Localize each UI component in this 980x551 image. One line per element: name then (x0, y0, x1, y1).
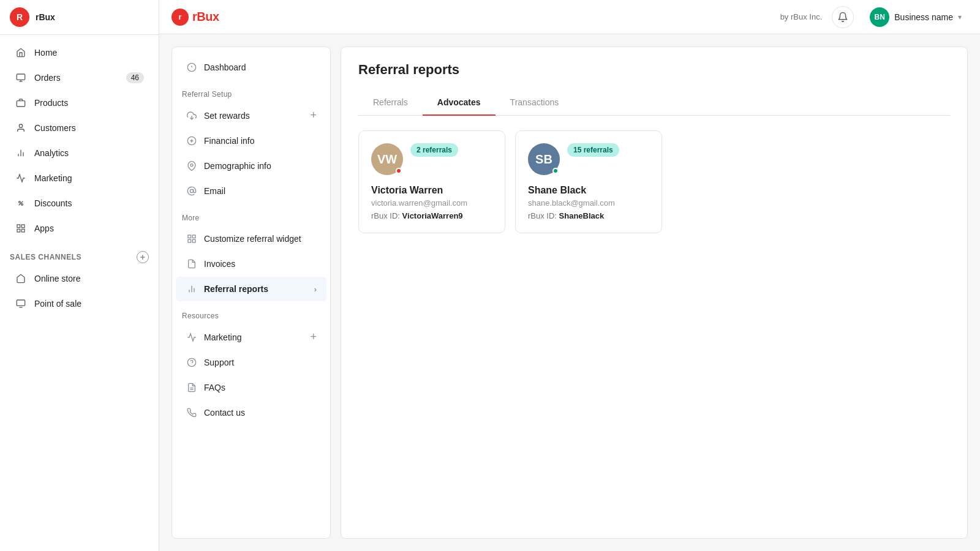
app-panel: Dashboard Referral Setup Set rewards + F… (172, 47, 331, 539)
svg-rect-0 (17, 74, 24, 80)
more-section: More (172, 204, 330, 226)
dollar-icon (186, 135, 198, 147)
orders-icon (15, 72, 27, 84)
discounts-icon (15, 197, 27, 209)
sidebar-item-label: Analytics (34, 148, 69, 158)
sidebar-item-marketing[interactable]: Marketing (5, 166, 154, 190)
plus-icon[interactable]: + (310, 109, 317, 122)
card-top: VW 2 referrals (371, 143, 492, 175)
svg-point-8 (19, 201, 21, 203)
sidebar-header: R rBux (0, 0, 159, 35)
avatar-wrap: SB (528, 143, 560, 175)
store-name: rBux (36, 12, 55, 22)
bell-icon (837, 12, 848, 23)
widget-icon (186, 233, 198, 245)
svg-point-25 (190, 189, 193, 192)
panel-item-financial-info[interactable]: Financial info (176, 129, 326, 153)
trophy-icon (186, 110, 198, 122)
user-menu[interactable]: BN Business name ▾ (864, 4, 968, 31)
panel-item-contact-us[interactable]: Contact us (176, 400, 326, 425)
referral-badge: 2 referrals (410, 143, 458, 157)
sidebar-item-home[interactable]: Home (5, 40, 154, 65)
support-icon (186, 356, 198, 369)
panel-item-demographic-info[interactable]: Demographic info (176, 154, 326, 178)
chevron-right-icon: › (314, 285, 317, 294)
panel-item-label: Contact us (204, 408, 245, 418)
sidebar-item-customers[interactable]: Customers (5, 116, 154, 140)
app-logo: r rBux (172, 9, 219, 26)
panel-item-email[interactable]: Email (176, 179, 326, 203)
tab-referrals[interactable]: Referrals (358, 90, 423, 116)
svg-point-9 (21, 204, 23, 206)
advocate-name: Shane Black (528, 185, 649, 196)
panel-item-customize-widget[interactable]: Customize referral widget (176, 227, 326, 251)
tab-advocates[interactable]: Advocates (423, 90, 496, 116)
main-content: r rBux by rBux Inc. BN Business name ▾ D… (159, 0, 980, 551)
tab-transactions[interactable]: Transactions (496, 90, 574, 116)
location-icon (186, 160, 198, 172)
panel-item-label: Invoices (204, 259, 235, 269)
referral-badge: 15 referrals (567, 143, 619, 157)
svg-line-10 (19, 201, 23, 206)
panel-item-label: Marketing (204, 332, 241, 342)
contact-icon (186, 407, 198, 419)
dashboard-label: Dashboard (204, 62, 246, 72)
sidebar-nav: Home Orders 46 Products Customers Analyt… (0, 35, 159, 321)
sidebar-item-orders[interactable]: Orders 46 (5, 66, 154, 90)
panel-item-set-rewards[interactable]: Set rewards + (176, 103, 326, 128)
advocates-grid: VW 2 referrals Victoria Warren victoria.… (358, 130, 950, 233)
apps-icon (15, 222, 27, 234)
sales-channels-header: SALES CHANNELS + (0, 241, 159, 266)
dashboard-item[interactable]: Dashboard (176, 55, 326, 80)
sidebar-item-label: Home (34, 48, 57, 58)
panel-item-label: Customize referral widget (204, 234, 301, 244)
reports-panel: Referral reports ReferralsAdvocatesTrans… (341, 47, 968, 539)
panel-item-label: FAQs (204, 383, 225, 392)
panel-item-referral-reports[interactable]: Referral reports › (176, 277, 326, 301)
sidebar-item-discounts[interactable]: Discounts (5, 191, 154, 216)
sidebar-item-analytics[interactable]: Analytics (5, 141, 154, 165)
sidebar-item-point-of-sale[interactable]: Point of sale (5, 291, 154, 316)
advocate-card-shane-black: SB 15 referrals Shane Black shane.black@… (515, 130, 662, 233)
panel-item-label: Demographic info (204, 161, 271, 171)
add-sales-channel-button[interactable]: + (137, 251, 149, 263)
sidebar-item-label: Marketing (34, 173, 72, 183)
sidebar-item-label: Discounts (34, 198, 72, 208)
panel-item-support[interactable]: Support (176, 350, 326, 375)
advocate-card-victoria-warren: VW 2 referrals Victoria Warren victoria.… (358, 130, 505, 233)
plus-icon[interactable]: + (310, 331, 317, 343)
panel-item-marketing[interactable]: Marketing + (176, 324, 326, 350)
sidebar-item-products[interactable]: Products (5, 91, 154, 115)
panel-item-faqs[interactable]: FAQs (176, 375, 326, 400)
sidebar-item-label: Customers (34, 123, 76, 133)
svg-point-4 (19, 124, 22, 127)
svg-rect-29 (188, 239, 191, 242)
sidebar-item-label: Apps (34, 223, 54, 233)
sidebar-item-online-store[interactable]: Online store (5, 266, 154, 291)
svg-rect-26 (188, 235, 191, 238)
advocate-email: shane.black@gmail.com (528, 198, 649, 208)
notifications-button[interactable] (832, 6, 854, 28)
dashboard-icon (186, 61, 198, 73)
logo-text: rBux (192, 10, 219, 24)
at-icon (186, 185, 198, 197)
svg-rect-28 (192, 239, 195, 242)
logo-icon: r (172, 9, 189, 26)
panel-item-invoices[interactable]: Invoices (176, 252, 326, 276)
invoice-icon (186, 258, 198, 270)
marketing-icon (186, 331, 198, 343)
user-name: Business name (894, 12, 953, 22)
rbux-id-value: VictoriaWarren9 (402, 211, 463, 220)
status-dot (396, 168, 402, 174)
svg-rect-11 (17, 225, 20, 228)
advocate-rbux-id: rBux ID: VictoriaWarren9 (371, 211, 492, 220)
panel-item-label: Financial info (204, 136, 255, 146)
store-icon: R (10, 7, 29, 27)
referral-setup-section: Referral Setup (172, 80, 330, 102)
panel-item-label: Support (204, 358, 234, 367)
sidebar-item-label: Orders (34, 73, 61, 83)
sidebar-item-apps[interactable]: Apps (5, 216, 154, 241)
sales-channels-label: SALES CHANNELS (10, 253, 81, 261)
advocate-name: Victoria Warren (371, 185, 492, 196)
reports-tabs: ReferralsAdvocatesTransactions (358, 90, 950, 116)
